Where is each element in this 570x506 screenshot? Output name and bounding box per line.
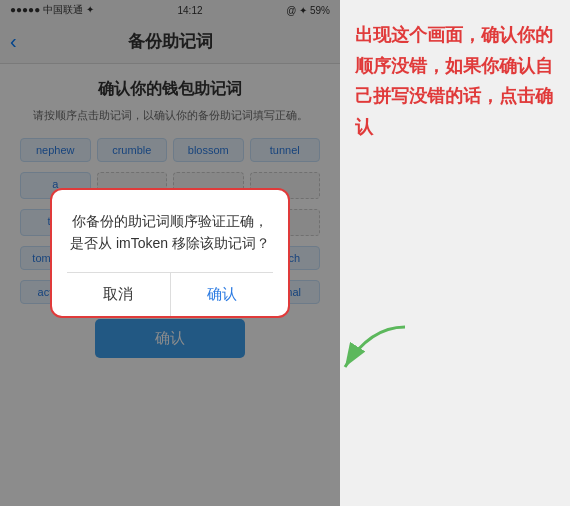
modal-message: 你备份的助记词顺序验证正确，是否从 imToken 移除该助记词？ <box>67 210 273 255</box>
annotation-text: 出现这个画面，确认你的顺序没错，如果你确认自己拼写没错的话，点击确认 <box>355 20 555 142</box>
modal-cancel-button[interactable]: 取消 <box>67 273 171 316</box>
modal-overlay: 你备份的助记词顺序验证正确，是否从 imToken 移除该助记词？ 取消 确认 <box>0 0 340 506</box>
modal-confirm-button[interactable]: 确认 <box>171 273 274 316</box>
arrow-container <box>330 322 410 386</box>
modal-actions: 取消 确认 <box>67 272 273 316</box>
modal-dialog: 你备份的助记词顺序验证正确，是否从 imToken 移除该助记词？ 取消 确认 <box>50 188 290 319</box>
phone-screen: ●●●●● 中国联通 ✦ 14:12 @ ✦ 59% ‹ 备份助记词 确认你的钱… <box>0 0 340 506</box>
arrow-icon <box>330 322 410 382</box>
annotation-area: 出现这个画面，确认你的顺序没错，如果你确认自己拼写没错的话，点击确认 <box>340 0 570 506</box>
